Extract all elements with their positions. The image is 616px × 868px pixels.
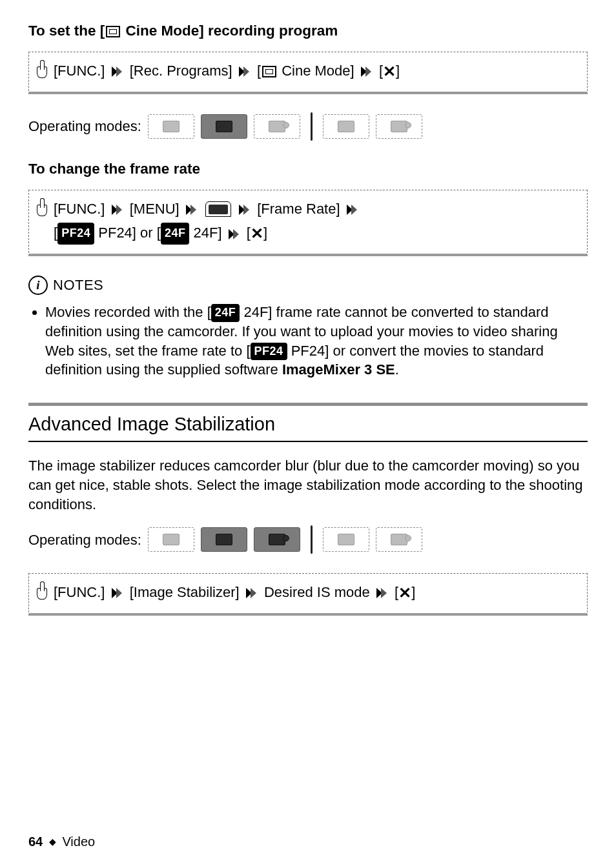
nav-path-content: [FUNC.] [Image Stabilizer] Desired IS mo…: [54, 580, 579, 607]
nav-step-image-stabilizer: [Image Stabilizer]: [130, 584, 240, 600]
operating-modes-label: Operating modes:: [28, 117, 141, 136]
operating-modes-label: Operating modes:: [28, 531, 141, 549]
nav-step-func: [FUNC.]: [54, 584, 105, 600]
mode-auto: [148, 114, 194, 139]
cine-slate-icon: [106, 26, 120, 37]
mode-glyph-icon: [391, 534, 407, 545]
pf24-badge: PF24: [251, 343, 287, 360]
touch-hand-icon: [33, 198, 50, 217]
note-text-end: .: [395, 361, 399, 378]
nav-path-cine-mode: [FUNC.] [Rec. Programs] [ Cine Mode] [✕]: [28, 52, 588, 94]
mode-separator: [311, 525, 313, 554]
arrow-icon: [246, 588, 258, 598]
arrow-icon: [347, 205, 358, 215]
notes-header: i NOTES: [28, 276, 588, 295]
arrow-icon: [239, 66, 251, 77]
mode-glyph-icon: [163, 534, 180, 545]
touch-hand-icon: [33, 581, 50, 601]
notes-item: Movies recorded with the [24F 24F] frame…: [45, 303, 588, 379]
nav-step-func: [FUNC.]: [54, 201, 105, 217]
heading-text-post: Cine Mode] recording program: [121, 23, 338, 39]
operating-modes-row: Operating modes:: [28, 112, 588, 141]
diamond-bullet-icon: ◆: [49, 836, 56, 847]
notes-label: NOTES: [53, 276, 103, 294]
mode-glyph-icon: [269, 534, 285, 545]
footer-section-name: Video: [62, 834, 95, 849]
section-top-rule: [28, 403, 588, 406]
nav-path-content: [FUNC.] [MENU] [Frame Rate] [PF24 PF24] …: [54, 197, 579, 247]
heading-change-frame-rate: To change the frame rate: [28, 160, 588, 178]
mode-glyph-icon: [391, 121, 407, 132]
nav-step-frame-rate: [Frame Rate]: [257, 201, 340, 217]
mode-playback-photo: [376, 527, 422, 552]
note-text-pre: Movies recorded with the [: [45, 304, 211, 320]
nav-step-desired-is-mode: Desired IS mode: [264, 584, 370, 600]
cine-slate-icon: [262, 66, 276, 77]
24f-badge: 24F: [211, 304, 240, 321]
notes-list: Movies recorded with the [24F 24F] frame…: [28, 303, 588, 379]
operating-modes-row: Operating modes:: [28, 525, 588, 554]
arrow-icon: [239, 205, 251, 215]
nav-step-rec-programs: [Rec. Programs]: [130, 63, 232, 79]
nav-step-close: [✕]: [395, 584, 415, 600]
nav-step-menu: [MENU]: [130, 201, 180, 217]
mode-movie-manual: [201, 114, 247, 139]
nav-path-image-stabilizer: [FUNC.] [Image Stabilizer] Desired IS mo…: [28, 573, 588, 616]
section-underline: [28, 441, 588, 442]
arrow-icon: [186, 205, 198, 215]
arrow-icon: [376, 588, 388, 598]
nav-step-close: [✕]: [379, 63, 400, 79]
info-icon: i: [28, 276, 48, 295]
nav-step-cine-pre: [: [257, 63, 261, 79]
mode-photo: [254, 527, 300, 552]
heading-text-pre: To set the [: [28, 23, 105, 39]
mode-playback-movie: [323, 527, 369, 552]
heading-set-cine-mode: To set the [ Cine Mode] recording progra…: [28, 22, 588, 40]
nav-path-frame-rate: [FUNC.] [MENU] [Frame Rate] [PF24 PF24] …: [28, 190, 588, 256]
mode-glyph-icon: [338, 534, 354, 545]
nav-step-func: [FUNC.]: [54, 63, 105, 79]
mode-glyph-icon: [338, 121, 354, 132]
arrow-icon: [112, 205, 123, 215]
mode-playback-photo: [376, 114, 422, 139]
camera-tab-icon: [205, 201, 231, 217]
nav-step-close: [✕]: [247, 225, 267, 241]
section-title-advanced-is: Advanced Image Stabilization: [28, 412, 588, 436]
arrow-icon: [229, 229, 240, 239]
close-icon: ✕: [251, 225, 263, 242]
nav-step-opt1-post: PF24] or [: [94, 225, 161, 241]
arrow-icon: [361, 66, 373, 77]
mode-separator: [311, 112, 313, 141]
close-icon: ✕: [398, 584, 411, 601]
24f-badge: 24F: [161, 223, 190, 245]
page-footer: 64 ◆ Video: [28, 834, 95, 850]
nav-step-opt2-post: 24F]: [189, 225, 221, 241]
pf24-badge: PF24: [57, 223, 94, 245]
mode-glyph-icon: [163, 121, 180, 132]
mode-auto: [148, 527, 194, 552]
page-number: 64: [28, 834, 43, 849]
arrow-icon: [112, 66, 123, 77]
arrow-icon: [112, 588, 123, 598]
mode-glyph-icon: [216, 121, 232, 132]
mode-photo: [254, 114, 300, 139]
mode-playback-movie: [323, 114, 369, 139]
nav-path-content: [FUNC.] [Rec. Programs] [ Cine Mode] [✕]: [54, 59, 579, 85]
section-body-text: The image stabilizer reduces camcorder b…: [28, 456, 588, 514]
touch-hand-icon: [33, 60, 50, 79]
nav-step-cine-post: Cine Mode]: [278, 63, 354, 79]
close-icon: ✕: [383, 63, 396, 80]
mode-glyph-icon: [216, 534, 232, 545]
mode-movie-manual: [201, 527, 247, 552]
mode-glyph-icon: [269, 121, 285, 132]
note-software-name: ImageMixer 3 SE: [282, 361, 395, 378]
